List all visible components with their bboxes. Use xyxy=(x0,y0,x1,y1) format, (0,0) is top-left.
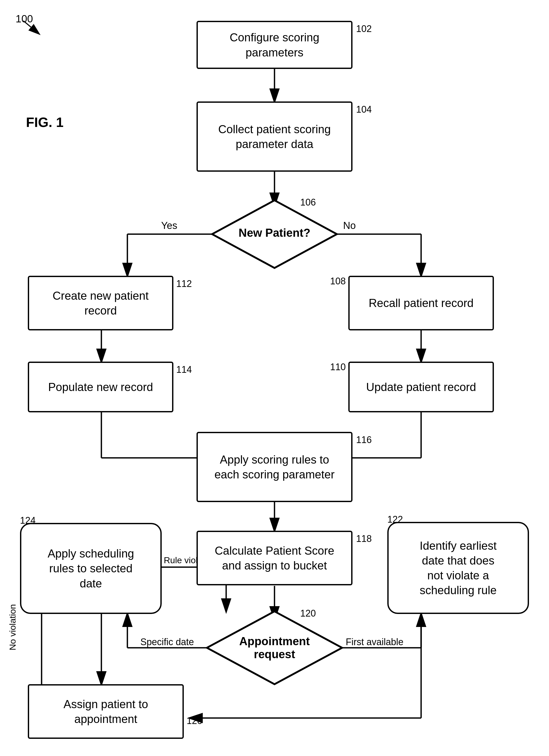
update-record-ref: 110 xyxy=(330,362,346,373)
svg-marker-4 xyxy=(212,200,337,268)
assign-patient-node: Assign patient to appointment xyxy=(28,684,184,739)
create-record-ref: 112 xyxy=(176,278,192,289)
identify-earliest-ref: 122 xyxy=(387,514,403,525)
svg-text:request: request xyxy=(254,648,295,661)
apply-scoring-node: Apply scoring rules to each scoring para… xyxy=(197,432,352,502)
recall-record-node: Recall patient record xyxy=(348,276,494,330)
collect-node: Collect patient scoring parameter data xyxy=(197,101,352,172)
configure-ref: 102 xyxy=(356,23,372,34)
apply-scoring-ref: 116 xyxy=(356,434,372,445)
populate-record-node: Populate new record xyxy=(28,362,173,412)
svg-text:Yes: Yes xyxy=(161,220,177,231)
assign-patient-ref: 126 xyxy=(187,715,202,726)
svg-text:120: 120 xyxy=(300,608,316,619)
svg-text:Specific date: Specific date xyxy=(140,637,194,647)
configure-node: Configure scoring parameters xyxy=(197,21,352,69)
apply-scheduling-ref: 124 xyxy=(20,515,36,526)
svg-text:New Patient?: New Patient? xyxy=(239,226,310,239)
svg-text:No violation: No violation xyxy=(8,604,17,650)
svg-text:Appointment: Appointment xyxy=(239,635,310,648)
create-record-node: Create new patient record xyxy=(28,276,173,330)
calculate-score-ref: 118 xyxy=(356,533,372,544)
update-record-node: Update patient record xyxy=(348,362,494,412)
apply-scheduling-node: Apply scheduling rules to selected date xyxy=(20,523,162,614)
recall-record-ref: 108 xyxy=(330,276,346,287)
svg-text:No: No xyxy=(343,220,356,231)
corner-ref-label: 100 xyxy=(16,13,33,25)
populate-record-ref: 114 xyxy=(176,364,192,375)
calculate-score-node: Calculate Patient Score and assign to bu… xyxy=(197,531,352,585)
svg-text:106: 106 xyxy=(300,197,316,208)
figure-label: FIG. 1 xyxy=(26,114,63,130)
svg-marker-21 xyxy=(207,611,342,684)
svg-text:First available: First available xyxy=(346,637,403,647)
diagram-container: 100 FIG. 1 New Patient? 106 Yes N xyxy=(0,0,549,756)
identify-earliest-node: Identify earliest date that does not vio… xyxy=(387,522,529,614)
collect-ref: 104 xyxy=(356,104,372,115)
